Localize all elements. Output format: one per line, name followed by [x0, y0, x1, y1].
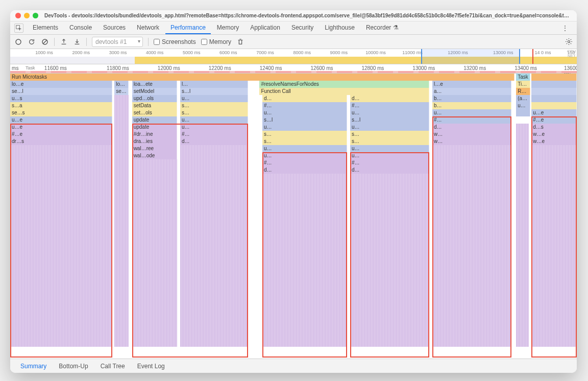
flame-bar[interactable]: Timer Fired — [516, 81, 530, 88]
flame-bar[interactable]: Function Call — [259, 88, 429, 95]
flame-bar[interactable]: b… — [432, 102, 511, 109]
flame-bar[interactable]: #…e — [10, 131, 112, 138]
flame-deep-stack[interactable] — [132, 159, 178, 347]
flame-bar[interactable]: setModel — [132, 88, 178, 95]
flame-bar[interactable]: s…l — [180, 88, 248, 95]
flame-bar[interactable]: u… — [350, 152, 429, 159]
details-tab-bottomup[interactable]: Bottom-Up — [54, 361, 93, 372]
flame-bar[interactable] — [531, 102, 577, 109]
flame-bar[interactable]: set…ols — [132, 109, 178, 116]
flame-deep-stack[interactable] — [262, 174, 348, 347]
flame-bar[interactable]: u… — [262, 152, 348, 159]
minimize-window-icon[interactable] — [24, 13, 30, 18]
panel-tab-sources[interactable]: Sources — [98, 22, 131, 34]
panel-tab-console[interactable]: Console — [64, 22, 97, 34]
flame-bar[interactable]: u… — [180, 124, 248, 131]
flame-bar[interactable]: d…s — [531, 124, 577, 131]
flame-bar[interactable]: upd…ols — [132, 95, 178, 102]
flame-bar[interactable] — [531, 81, 577, 88]
flame-bar[interactable]: u… — [350, 124, 429, 131]
flame-bar[interactable]: b… — [432, 95, 511, 102]
overview-selection-handle[interactable] — [421, 49, 520, 64]
flame-bar[interactable]: lo…e — [10, 81, 112, 88]
flame-bar[interactable]: s… — [350, 138, 429, 145]
maximize-window-icon[interactable] — [33, 13, 38, 18]
flame-bar[interactable]: (a…) — [516, 95, 530, 102]
screenshots-checkbox[interactable]: Screenshots — [154, 38, 196, 45]
flame-bar[interactable]: d… — [262, 166, 348, 174]
flame-bar[interactable]: se…l — [114, 88, 129, 95]
flame-bar[interactable]: se…s — [10, 109, 112, 116]
clear-icon[interactable] — [41, 38, 49, 46]
flame-bar[interactable] — [531, 74, 577, 81]
flame-bar[interactable]: u…e — [10, 124, 112, 131]
flame-bar[interactable]: l… — [180, 81, 248, 88]
flame-bar[interactable]: u… — [262, 145, 348, 152]
flame-bar[interactable]: u… — [350, 145, 429, 152]
flame-bar[interactable]: #… — [262, 102, 348, 109]
flame-bar[interactable]: u… — [262, 109, 348, 116]
flame-bar[interactable]: update — [132, 124, 178, 131]
flame-bar[interactable]: Task — [516, 74, 530, 81]
gear-icon[interactable] — [565, 38, 573, 46]
flame-bar[interactable] — [531, 95, 577, 102]
panel-tab-security[interactable]: Security — [286, 22, 318, 34]
panel-tab-performance[interactable]: Performance — [165, 22, 211, 34]
trash-icon[interactable] — [236, 38, 244, 46]
download-icon[interactable] — [73, 38, 81, 46]
flame-deep-stack[interactable] — [432, 145, 511, 347]
flame-bar[interactable] — [531, 88, 577, 95]
flame-bar[interactable]: s… — [180, 102, 248, 109]
flame-bar[interactable]: lo…e — [114, 81, 129, 88]
flame-bar[interactable]: d… — [350, 95, 429, 102]
flame-bar[interactable]: u…e — [10, 116, 112, 124]
flame-bar[interactable]: Run Microtasks — [10, 74, 514, 81]
flame-bar[interactable]: u… — [180, 116, 248, 124]
flame-deep-stack[interactable] — [531, 145, 577, 347]
flame-bar[interactable]: w… — [432, 138, 511, 145]
flame-bar[interactable]: d… — [262, 95, 348, 102]
flame-bar[interactable]: s…a — [10, 102, 112, 109]
flame-bar[interactable]: u…s — [10, 95, 112, 102]
inspect-element-icon[interactable] — [14, 23, 23, 33]
flame-bar[interactable]: #… — [350, 159, 429, 166]
panel-tab-lighthouse[interactable]: Lighthouse — [320, 22, 360, 34]
reload-icon[interactable] — [28, 38, 36, 46]
flame-bar[interactable]: s…l — [262, 116, 348, 124]
flame-bar[interactable]: dra…ies — [132, 138, 178, 145]
flame-bar[interactable]: #…e — [531, 116, 577, 124]
panel-tab-network[interactable]: Network — [132, 22, 164, 34]
flame-bar[interactable]: loa…ete — [132, 81, 178, 88]
panel-tab-elements[interactable]: Elements — [28, 22, 63, 34]
details-tab-calltree[interactable]: Call Tree — [95, 361, 130, 372]
flame-bar[interactable]: u… — [350, 109, 429, 116]
flame-bar[interactable]: a… — [432, 88, 511, 95]
flame-bar[interactable]: u…e — [516, 102, 530, 109]
profile-selector[interactable]: devtools #1 — [92, 37, 143, 47]
flame-deep-stack[interactable] — [180, 145, 248, 347]
flame-bar[interactable]: #… — [180, 131, 248, 138]
flame-bar[interactable]: se…l — [10, 88, 112, 95]
panel-tab-application[interactable]: Application — [245, 22, 285, 34]
flame-bar[interactable]: w…e — [531, 138, 577, 145]
upload-icon[interactable] — [60, 38, 68, 46]
flame-bar[interactable]: d… — [180, 138, 248, 145]
flame-bar[interactable]: d… — [350, 166, 429, 174]
flame-deep-stack[interactable] — [516, 124, 528, 347]
details-tab-eventlog[interactable]: Event Log — [132, 361, 170, 372]
flame-deep-stack[interactable] — [10, 145, 112, 347]
flame-bar[interactable]: s… — [262, 138, 348, 145]
flame-bar[interactable]: s…l — [350, 116, 429, 124]
close-window-icon[interactable] — [15, 13, 21, 18]
panel-tab-memory[interactable]: Memory — [212, 22, 244, 34]
flame-bar[interactable]: u…e — [531, 109, 577, 116]
flame-bar[interactable]: s… — [262, 131, 348, 138]
flame-bar[interactable]: l…e — [432, 81, 511, 88]
flame-bar[interactable]: wal…ree — [132, 145, 178, 152]
details-tab-summary[interactable]: Summary — [15, 361, 52, 372]
flame-bar[interactable]: s… — [350, 131, 429, 138]
flame-bar[interactable]: s… — [180, 109, 248, 116]
flame-bar[interactable]: wal…ode — [132, 152, 178, 159]
more-menu-icon[interactable]: ⋮ — [558, 23, 572, 33]
flame-ruler[interactable]: Task 400 ms11600 ms11800 ms12000 ms12200… — [10, 64, 577, 74]
